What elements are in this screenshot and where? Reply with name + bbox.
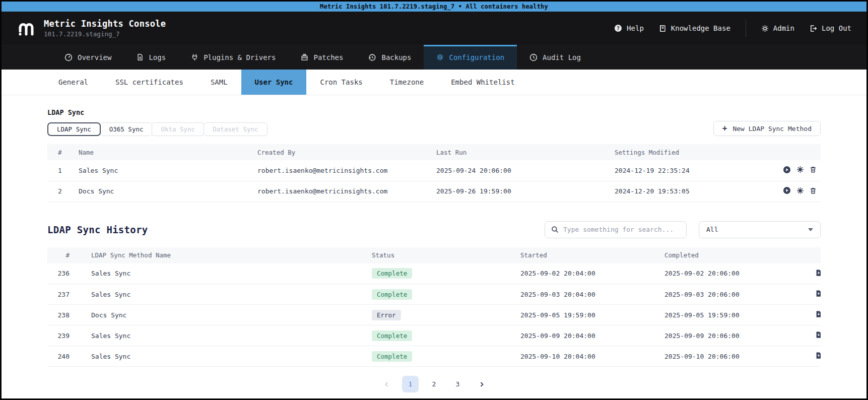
tab-general[interactable]: General xyxy=(45,70,102,95)
col-header-created-by: Created By xyxy=(257,144,436,160)
cell-method-name: Sales Sync xyxy=(73,284,372,305)
col-header-num: # xyxy=(47,247,73,263)
tab-label: SAML xyxy=(211,78,228,86)
nav-label: Configuration xyxy=(449,53,504,61)
toggle-label: Okta Sync xyxy=(161,125,195,133)
cell-started: 2025-09-03 20:04:00 xyxy=(520,284,664,305)
run-sync-play-icon[interactable] xyxy=(783,166,791,174)
cell-num: 240 xyxy=(47,346,73,367)
history-row: 237 Sales Sync Complete 2025-09-03 20:04… xyxy=(47,284,821,305)
col-header-name: Name xyxy=(79,144,257,160)
download-log-icon[interactable] xyxy=(815,310,821,318)
history-search-input[interactable] xyxy=(563,226,680,233)
gear-icon xyxy=(761,25,769,32)
toggle-o365-sync[interactable]: O365 Sync xyxy=(100,122,153,136)
tab-label: SSL certificates xyxy=(115,78,183,86)
history-header-row: # LDAP Sync Method Name Status Started C… xyxy=(47,247,821,263)
sync-settings-gear-icon[interactable] xyxy=(796,166,804,173)
nav-item-configuration[interactable]: Configuration xyxy=(424,45,517,70)
new-ldap-sync-method-label: New LDAP Sync Method xyxy=(732,125,812,132)
cell-last-run: 2025-09-24 20:06:00 xyxy=(436,160,615,181)
nav-item-backups[interactable]: Backups xyxy=(356,45,424,70)
page-button-1[interactable]: 1 xyxy=(402,376,419,392)
history-search[interactable] xyxy=(545,221,687,238)
download-log-icon[interactable] xyxy=(815,331,821,339)
clock-icon xyxy=(529,53,538,61)
download-log-icon[interactable] xyxy=(815,290,821,297)
nav-label: Logs xyxy=(149,53,166,61)
status-badge: Complete xyxy=(372,330,412,341)
knowledge-base-link[interactable]: Knowledge Base xyxy=(659,24,730,32)
nav-item-overview[interactable]: Overview xyxy=(52,45,124,70)
status-banner-text: Metric Insights 101.7.2219.staging_7 • A… xyxy=(320,3,548,10)
col-header-status: Status xyxy=(372,247,520,263)
tab-saml[interactable]: SAML xyxy=(197,70,241,95)
cell-num: 239 xyxy=(47,325,73,346)
nav-label: Audit Log xyxy=(543,53,581,61)
download-log-icon[interactable] xyxy=(815,269,821,277)
nav-item-plugins-drivers[interactable]: Plugins & Drivers xyxy=(178,45,288,70)
history-filter-dropdown[interactable]: All xyxy=(699,221,821,238)
nav-item-logs[interactable]: Logs xyxy=(124,45,178,70)
run-sync-play-icon[interactable] xyxy=(783,186,791,194)
col-header-actions xyxy=(815,247,821,263)
cell-num: 237 xyxy=(47,284,73,305)
history-controls: All xyxy=(545,221,821,238)
new-ldap-sync-method-button[interactable]: + New LDAP Sync Method xyxy=(713,121,821,136)
col-header-method-name: LDAP Sync Method Name xyxy=(73,247,372,263)
cell-num: 2 xyxy=(47,181,79,202)
tab-timezone[interactable]: Timezone xyxy=(376,70,437,95)
nav-label: Patches xyxy=(313,53,343,61)
log-out-link[interactable]: Log Out xyxy=(810,24,851,32)
col-header-completed: Completed xyxy=(664,247,815,263)
chevron-right-icon[interactable] xyxy=(473,376,490,392)
tab-embed-whitelist[interactable]: Embed Whitelist xyxy=(437,70,528,95)
toggle-label: O365 Sync xyxy=(109,125,144,133)
toggle-label: LDAP Sync xyxy=(57,125,91,133)
tab-label: User Sync xyxy=(255,78,293,86)
nav-label: Plugins & Drivers xyxy=(204,53,276,61)
plus-icon: + xyxy=(722,124,727,132)
admin-label: Admin xyxy=(773,24,794,32)
history-filter-value: All xyxy=(706,226,718,233)
patch-icon xyxy=(301,53,308,61)
cell-name: Docs Sync xyxy=(79,181,257,202)
tab-cron-tasks[interactable]: Cron Tasks xyxy=(306,70,376,95)
sync-settings-gear-icon[interactable] xyxy=(796,187,804,194)
toggle-ldap-sync[interactable]: LDAP Sync xyxy=(47,122,101,136)
page-button-2[interactable]: 2 xyxy=(426,376,442,392)
history-pagination: 1 2 3 xyxy=(47,376,821,392)
caret-down-icon xyxy=(808,228,813,231)
page-button-3[interactable]: 3 xyxy=(449,376,466,392)
ldap-sync-section-label: LDAP Sync xyxy=(47,108,821,116)
nav-label: Overview xyxy=(78,53,111,61)
tab-user-sync[interactable]: User Sync xyxy=(241,70,307,95)
download-log-icon[interactable] xyxy=(815,352,821,359)
delete-sync-trash-icon[interactable] xyxy=(810,166,817,173)
sync-methods-header-row: # Name Created By Last Run Settings Modi… xyxy=(47,144,821,160)
nav-item-audit-log[interactable]: Audit Log xyxy=(517,45,593,70)
help-link[interactable]: ? Help xyxy=(614,24,644,32)
svg-text:?: ? xyxy=(617,26,620,31)
cell-method-name: Sales Sync xyxy=(73,325,372,346)
tab-ssl-certificates[interactable]: SSL certificates xyxy=(102,70,197,95)
tab-label: General xyxy=(58,78,88,86)
admin-link[interactable]: Admin xyxy=(761,24,794,32)
cell-started: 2025-09-10 20:04:00 xyxy=(520,346,664,367)
history-row: 236 Sales Sync Complete 2025-09-02 20:04… xyxy=(47,263,821,284)
cell-method-name: Docs Sync xyxy=(73,305,372,325)
sync-method-row: 1 Sales Sync robert.isaenko@metricinsigh… xyxy=(47,160,821,181)
gear-icon xyxy=(436,53,444,61)
app-header: Metric Insights Console 101.7.2219.stagi… xyxy=(2,12,866,45)
delete-sync-trash-icon[interactable] xyxy=(810,187,817,194)
cell-started: 2025-09-02 20:04:00 xyxy=(520,263,664,284)
file-icon xyxy=(137,53,144,61)
status-banner: Metric Insights 101.7.2219.staging_7 • A… xyxy=(2,2,866,12)
cell-completed: 2025-09-05 19:59:00 xyxy=(664,305,815,325)
status-badge: Error xyxy=(372,310,401,320)
tab-label: Timezone xyxy=(390,78,424,86)
configuration-subtabs: General SSL certificates SAML User Sync … xyxy=(2,70,866,95)
nav-item-patches[interactable]: Patches xyxy=(288,45,356,70)
header-links: ? Help Knowledge Base Admin xyxy=(614,20,851,37)
col-header-num: # xyxy=(47,144,79,160)
